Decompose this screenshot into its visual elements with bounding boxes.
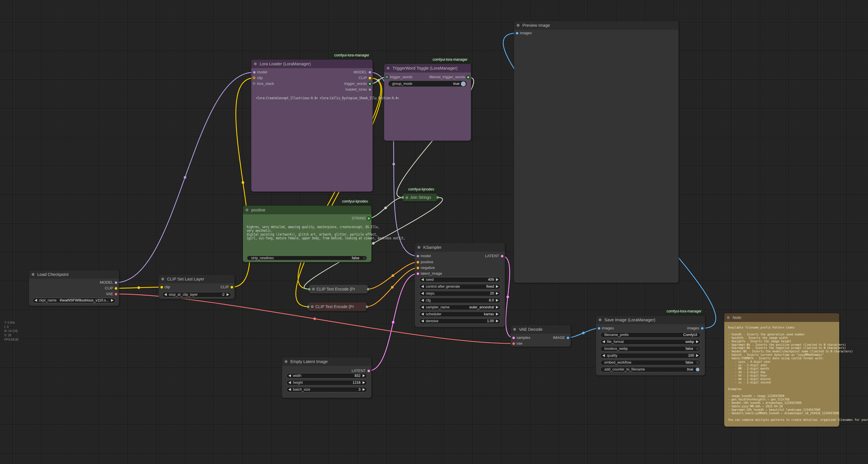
- widget-stop-at-clip-layer[interactable]: stop_at_clip_layer -2: [162, 292, 231, 297]
- node-titlebar[interactable]: KSampler: [415, 243, 505, 252]
- widget-cfg[interactable]: cfg 8.0: [419, 298, 501, 303]
- node-titlebar[interactable]: Note: [724, 313, 839, 322]
- node-status-dot[interactable]: [598, 318, 601, 321]
- collapsed-input-dot-join-strings[interactable]: [401, 196, 404, 199]
- node-vae-decode[interactable]: VAE Decode samples vae IMAGE: [510, 325, 571, 347]
- decrement-arrow-icon[interactable]: [421, 292, 424, 295]
- output-dot-IMAGE[interactable]: [567, 337, 569, 339]
- node-preview-image[interactable]: Preview Image images: [514, 21, 679, 283]
- widget-height[interactable]: height 1216: [286, 380, 367, 385]
- widget-strip-newlines[interactable]: strip_newlines false: [247, 256, 367, 260]
- widget-quality[interactable]: quality 100: [600, 353, 701, 358]
- output-dot-STRING[interactable]: [367, 217, 370, 220]
- widget-value[interactable]: 8.0: [489, 298, 494, 303]
- node-status-dot[interactable]: [161, 278, 164, 281]
- node-note[interactable]: Note Available filename_prefix Pattern C…: [724, 313, 839, 427]
- widget-value[interactable]: 409: [488, 277, 494, 283]
- output-dot-VAE[interactable]: [115, 293, 117, 295]
- decrement-arrow-icon[interactable]: [288, 381, 291, 384]
- input-dot-images[interactable]: [516, 32, 518, 34]
- widget-value[interactable]: 100: [688, 353, 694, 358]
- decrement-arrow-icon[interactable]: [421, 285, 424, 288]
- increment-arrow-icon[interactable]: [496, 306, 499, 309]
- widget-value[interactable]: -2: [221, 292, 224, 297]
- collapsed-input-dot-clip-text-encode-1[interactable]: [308, 288, 311, 291]
- node-text-note[interactable]: Available filename_prefix Pattern Codes …: [728, 326, 868, 422]
- output-dot-CLIP[interactable]: [115, 287, 117, 290]
- widget-file-format[interactable]: file_format webp: [600, 339, 701, 345]
- node-join-strings[interactable]: Join Strings: [403, 194, 438, 201]
- node-status-dot[interactable]: [405, 196, 408, 199]
- decrement-arrow-icon[interactable]: [421, 299, 424, 302]
- output-dot-LATENT[interactable]: [367, 370, 370, 372]
- node-status-dot[interactable]: [727, 316, 730, 319]
- increment-arrow-icon[interactable]: [496, 292, 499, 295]
- increment-arrow-icon[interactable]: [496, 278, 499, 281]
- decrement-arrow-icon[interactable]: [288, 388, 291, 391]
- output-dot-MODEL[interactable]: [369, 71, 371, 74]
- widget-ckpt-name[interactable]: ckpt_name il\waiNSFWIllustrious_v110.s..…: [32, 298, 116, 303]
- widget-steps[interactable]: steps 20: [419, 291, 501, 296]
- decrement-arrow-icon[interactable]: [421, 278, 424, 281]
- widget-value[interactable]: false: [352, 256, 360, 260]
- collapsed-output-dot-clip-text-encode-1[interactable]: [367, 288, 369, 291]
- input-dot-model[interactable]: [416, 255, 419, 257]
- widget-value[interactable]: il\waiNSFWIllustrious_v110.s...: [60, 298, 109, 303]
- increment-arrow-icon[interactable]: [226, 293, 229, 296]
- widget-value[interactable]: euler_ancestral: [469, 304, 494, 310]
- input-dot-clip[interactable]: [253, 77, 255, 79]
- node-titlebar[interactable]: Load Checkpoint: [29, 270, 119, 279]
- node-titlebar[interactable]: Lora Loader (LoraManager): [251, 60, 373, 68]
- output-dot-trigger-words[interactable]: [369, 83, 371, 85]
- widget-value[interactable]: webp: [685, 339, 694, 345]
- node-clip-set-last-layer[interactable]: CLIP Set Last Layer clip CLIP stop_at_cl…: [159, 275, 235, 299]
- widget-value[interactable]: 832: [354, 373, 361, 379]
- increment-arrow-icon[interactable]: [496, 299, 499, 302]
- node-triggerword-toggle[interactable]: TriggerWord Toggle (LoraManager) trigger…: [384, 64, 471, 141]
- widget-value[interactable]: 1.00: [487, 318, 494, 324]
- node-empty-latent-image[interactable]: Empty Latent Image LATENT width 832 heig…: [282, 357, 371, 398]
- widget-value[interactable]: karras: [484, 312, 494, 317]
- increment-arrow-icon[interactable]: [111, 299, 114, 302]
- widget-filename-prefix[interactable]: filename_prefix ComfyUI: [600, 332, 701, 338]
- input-dot-positive[interactable]: [416, 261, 419, 263]
- widget-width[interactable]: width 832: [286, 373, 367, 379]
- node-status-dot[interactable]: [417, 246, 420, 249]
- node-status-dot[interactable]: [387, 67, 390, 69]
- node-status-dot[interactable]: [312, 288, 315, 291]
- node-clip-text-encode-2[interactable]: CLIP Text Encode (Pr: [308, 302, 367, 311]
- decrement-arrow-icon[interactable]: [34, 299, 37, 302]
- increment-arrow-icon[interactable]: [696, 354, 699, 357]
- node-titlebar[interactable]: CLIP Set Last Layer: [159, 275, 235, 283]
- node-save-image[interactable]: Save Image (LoraManager) images images f…: [596, 316, 705, 375]
- widget-scheduler[interactable]: scheduler karras: [419, 312, 501, 317]
- input-dot-lora-stack[interactable]: [253, 82, 255, 85]
- widget-value[interactable]: fixed: [487, 284, 494, 289]
- decrement-arrow-icon[interactable]: [288, 374, 291, 377]
- collapsed-output-dot-clip-text-encode-2[interactable]: [366, 306, 368, 308]
- node-positive[interactable]: positive STRING strip_newlines false hig…: [243, 206, 371, 262]
- node-titlebar[interactable]: positive: [243, 206, 371, 214]
- node-load-checkpoint[interactable]: Load Checkpoint MODEL CLIP VAE ckpt_name…: [29, 270, 119, 306]
- node-status-dot[interactable]: [517, 24, 520, 27]
- node-clip-text-encode-1[interactable]: CLIP Text Encode (Pr: [309, 285, 368, 293]
- output-dot-loaded-loras[interactable]: [369, 88, 371, 91]
- input-dot-model[interactable]: [253, 71, 256, 74]
- input-dot-samples[interactable]: [513, 337, 515, 339]
- output-dot-CLIP[interactable]: [369, 77, 371, 79]
- widget-sampler-name[interactable]: sampler_name euler_ancestral: [419, 304, 501, 310]
- widget-batch-size[interactable]: batch_size 3: [286, 387, 367, 393]
- input-dot-images[interactable]: [598, 327, 600, 330]
- collapsed-input-dot-clip-text-encode-2[interactable]: [307, 306, 309, 308]
- decrement-arrow-icon[interactable]: [421, 306, 424, 309]
- decrement-arrow-icon[interactable]: [602, 354, 605, 357]
- node-text-positive[interactable]: highres, very detailed, amazing quality,…: [247, 225, 405, 240]
- widget-value[interactable]: 1216: [352, 380, 361, 385]
- widget-value[interactable]: 20: [490, 291, 494, 296]
- node-titlebar[interactable]: Save Image (LoraManager): [596, 316, 705, 324]
- toggle-knob[interactable]: [461, 81, 466, 86]
- node-status-dot[interactable]: [513, 328, 516, 331]
- widget-control-after-generate[interactable]: control after generate fixed: [419, 284, 501, 289]
- toggle-knob[interactable]: [696, 361, 700, 365]
- widget-value[interactable]: true: [453, 81, 460, 87]
